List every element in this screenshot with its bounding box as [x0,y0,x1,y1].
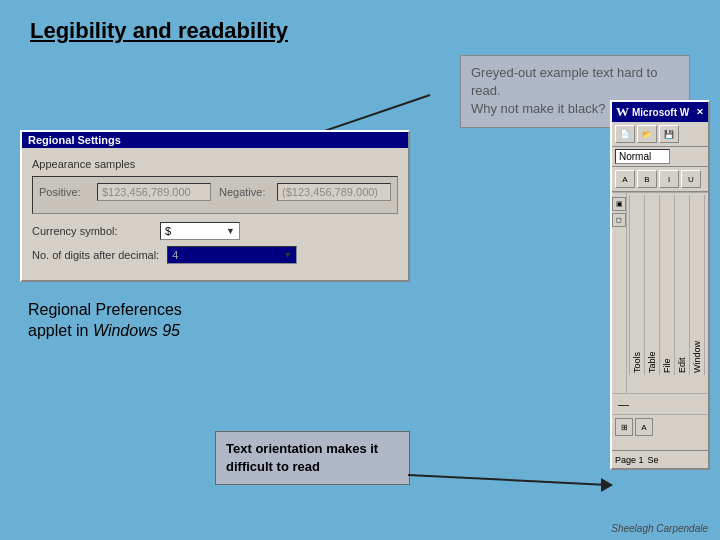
toolbar-icon-2[interactable]: B [637,170,657,188]
page-title: Legibility and readability [30,18,288,44]
digits-dropdown[interactable]: 4 ▼ [167,246,297,264]
regional-line2: applet in Windows 95 [28,322,180,339]
toolbar-icon-4[interactable]: U [681,170,701,188]
word-dash-separator: — [612,393,708,415]
negative-value: ($123,456,789.000) [277,183,391,201]
currency-dropdown[interactable]: $ ▼ [160,222,240,240]
greyed-callout-text2: Why not make it black? [471,101,605,116]
regional-line1: Regional Preferences [28,301,182,318]
menu-item-table[interactable]: Table [644,195,659,375]
word-section-label: Se [648,455,659,465]
word-title-text: Microsoft W [632,107,689,118]
toolbar-save-icon[interactable]: 💾 [659,125,679,143]
orientation-callout-arrow [408,460,628,510]
toolbar-icon-3[interactable]: I [659,170,679,188]
credit-text: Sheelagh Carpendale [611,523,708,534]
dialog-titlebar: Regional Settings [22,132,408,148]
word-pages-bar: Page 1 Se [612,450,708,468]
positive-label: Positive: [39,186,89,198]
text-orientation-callout: Text orientation makes it difficult to r… [215,431,410,485]
text-orientation-line1: Text orientation makes it [226,441,378,456]
toolbar-icon-1[interactable]: A [615,170,635,188]
menu-item-file[interactable]: File [659,195,674,375]
digits-label: No. of digits after decimal: [32,249,159,261]
currency-label: Currency symbol: [32,225,152,237]
text-orientation-line2: difficult to read [226,459,320,474]
digits-value: 4 [172,249,178,261]
word-toolbar-row1: 📄 📂 💾 [612,122,708,147]
menu-item-view[interactable]: View [704,195,710,375]
word-titlebar: W Microsoft W ✕ [612,102,708,122]
svg-line-2 [408,475,608,485]
word-close-icon[interactable]: ✕ [696,107,704,117]
word-toolbar-row2: A B I U [612,167,708,192]
currency-value: $ [165,225,171,237]
dropdown-arrow-icon: ▼ [226,226,235,236]
word-bottom-icons: ⊞ A [612,415,708,439]
normal-label: Normal [619,151,651,162]
greyed-callout-text1: Greyed-out example text hard to read. [471,65,657,98]
word-icon-1[interactable]: ⊞ [615,418,633,436]
vertical-icon-2[interactable]: ◻ [612,213,626,227]
word-normal-bar: Normal [612,147,708,167]
dialog-section-label: Appearance samples [32,158,398,170]
regional-label: Regional Preferences applet in Windows 9… [28,300,182,342]
word-normal-dropdown[interactable]: Normal [615,149,670,164]
positive-value: $123,456,789.000 [97,183,211,201]
word-title-w-icon: W [616,104,629,120]
toolbar-open-icon[interactable]: 📂 [637,125,657,143]
word-page-label: Page 1 [615,455,644,465]
negative-label: Negative: [219,186,269,198]
regional-dialog: Regional Settings Appearance samples Pos… [20,130,410,282]
word-icon-2[interactable]: A [635,418,653,436]
menu-item-window[interactable]: Window [689,195,704,375]
menu-item-tools[interactable]: Tools [629,195,644,375]
word-window: W Microsoft W ✕ 📄 📂 💾 Normal A B I U ▣ ◻ [610,100,710,470]
vertical-icon-1[interactable]: ▣ [612,197,626,211]
dropdown-arrow2-icon: ▼ [283,250,292,260]
menu-item-edit[interactable]: Edit [674,195,689,375]
svg-marker-3 [601,478,613,492]
toolbar-new-icon[interactable]: 📄 [615,125,635,143]
